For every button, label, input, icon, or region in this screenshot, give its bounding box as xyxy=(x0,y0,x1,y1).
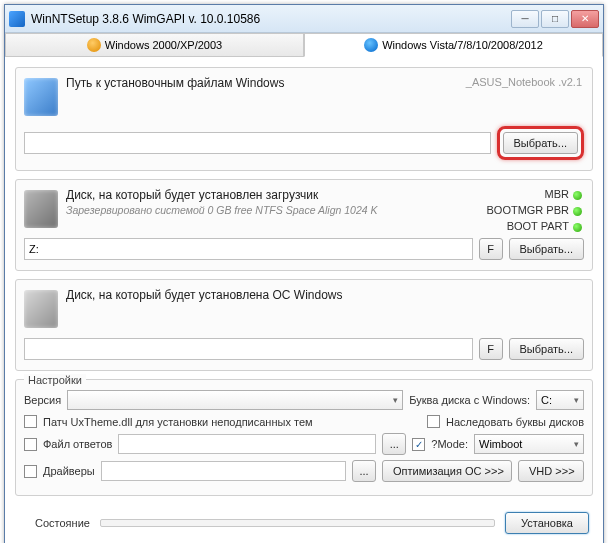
footer: Состояние Установка xyxy=(15,504,593,538)
answer-file-label: Файл ответов xyxy=(43,438,112,450)
app-window: WinNTSetup 3.8.6 WimGAPI v. 10.0.10586 ─… xyxy=(4,4,604,543)
drive-letter-label: Буква диска с Windows: xyxy=(409,394,530,406)
state-label: Состояние xyxy=(35,517,90,529)
inherit-letters-label: Наследовать буквы дисков xyxy=(446,416,584,428)
answer-file-checkbox[interactable] xyxy=(24,438,37,451)
tab-xp-label: Windows 2000/XP/2003 xyxy=(105,39,222,51)
minimize-button[interactable]: ─ xyxy=(511,10,539,28)
os-drive-input[interactable] xyxy=(24,338,473,360)
select-os-button[interactable]: Выбрать... xyxy=(509,338,584,360)
xp-icon xyxy=(87,38,101,52)
inherit-letters-checkbox[interactable] xyxy=(427,415,440,428)
optimize-button[interactable]: Оптимизация ОС >>> xyxy=(382,460,512,482)
tab-windows-vista[interactable]: Windows Vista/7/8/10/2008/2012 xyxy=(304,33,603,57)
maximize-button[interactable]: □ xyxy=(541,10,569,28)
section3-title: Диск, на который будет установлена ОС Wi… xyxy=(66,288,584,302)
section-boot-disk: MBR BOOTMGR PBR BOOT PART Диск, на котор… xyxy=(15,179,593,271)
drivers-browse[interactable]: ... xyxy=(352,460,376,482)
close-button[interactable]: ✕ xyxy=(571,10,599,28)
section-install-files: _ASUS_Notebook .v2.1 Путь к установочным… xyxy=(15,67,593,171)
settings-legend: Настройки xyxy=(24,374,86,386)
highlight-ring: Выбрать... xyxy=(497,126,584,160)
boot-drive-input[interactable] xyxy=(24,238,473,260)
titlebar[interactable]: WinNTSetup 3.8.6 WimGAPI v. 10.0.10586 ─… xyxy=(5,5,603,33)
version-select[interactable] xyxy=(67,390,403,410)
drive-icon xyxy=(24,290,58,328)
settings-group: Настройки Версия Буква диска с Windows: … xyxy=(15,379,593,496)
status-mbr: MBR xyxy=(545,188,569,200)
select-install-button[interactable]: Выбрать... xyxy=(503,132,578,154)
content-area: _ASUS_Notebook .v2.1 Путь к установочным… xyxy=(5,57,603,543)
media-icon xyxy=(24,78,58,116)
vhd-button[interactable]: VHD >>> xyxy=(518,460,584,482)
status-bootmgr: BOOTMGR PBR xyxy=(486,204,569,216)
select-boot-button[interactable]: Выбрать... xyxy=(509,238,584,260)
led-icon xyxy=(573,207,582,216)
tab-vista-label: Windows Vista/7/8/10/2008/2012 xyxy=(382,39,543,51)
uxtheme-label: Патч UxTheme.dll для установки неподписа… xyxy=(43,416,313,428)
mode-select[interactable]: Wimboot xyxy=(474,434,584,454)
floppy-icon xyxy=(24,190,58,228)
drivers-checkbox[interactable] xyxy=(24,465,37,478)
windows-icon xyxy=(364,38,378,52)
answer-file-browse[interactable]: ... xyxy=(382,433,406,455)
drivers-label: Драйверы xyxy=(43,465,95,477)
install-button[interactable]: Установка xyxy=(505,512,589,534)
config-name: _ASUS_Notebook .v2.1 xyxy=(466,76,582,88)
boot-status-block: MBR BOOTMGR PBR BOOT PART xyxy=(486,186,582,234)
led-icon xyxy=(573,191,582,200)
section-os-disk: Диск, на который будет установлена ОС Wi… xyxy=(15,279,593,371)
install-path-input[interactable] xyxy=(24,132,491,154)
format-boot-button[interactable]: F xyxy=(479,238,503,260)
tabs: Windows 2000/XP/2003 Windows Vista/7/8/1… xyxy=(5,33,603,57)
format-os-button[interactable]: F xyxy=(479,338,503,360)
status-bootpart: BOOT PART xyxy=(507,220,569,232)
window-title: WinNTSetup 3.8.6 WimGAPI v. 10.0.10586 xyxy=(31,12,511,26)
drive-letter-select[interactable]: C: xyxy=(536,390,584,410)
drivers-input[interactable] xyxy=(101,461,346,481)
mode-label: ?Mode: xyxy=(431,438,468,450)
tab-windows-xp[interactable]: Windows 2000/XP/2003 xyxy=(5,33,304,57)
uxtheme-checkbox[interactable] xyxy=(24,415,37,428)
answer-file-input[interactable] xyxy=(118,434,376,454)
version-label: Версия xyxy=(24,394,61,406)
led-icon xyxy=(573,223,582,232)
mode-checkbox[interactable] xyxy=(412,438,425,451)
app-icon xyxy=(9,11,25,27)
progress-bar xyxy=(100,519,495,527)
